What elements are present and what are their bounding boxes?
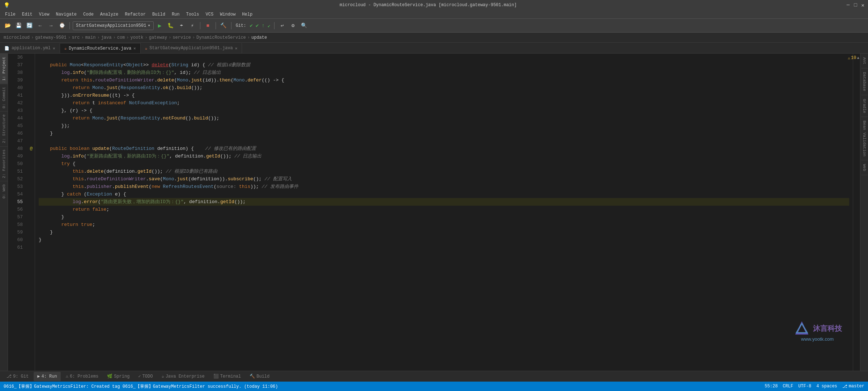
terminal-tab-icon: ⬛ [213,374,219,379]
menu-file[interactable]: File [2,11,18,18]
panel-tab-favorites[interactable]: 2: Favorites [0,146,8,181]
close-yml-tab[interactable]: ✕ [53,46,55,51]
menu-tools[interactable]: Tools [183,11,202,18]
breadcrumb-microcloud[interactable]: microcloud [4,35,30,40]
menu-window[interactable]: Window [217,11,238,18]
open-file-button[interactable]: 📂 [3,21,12,30]
bottom-tab-todo[interactable]: ✓ TODO [135,372,156,381]
debug-button[interactable]: 🐛 [166,21,175,30]
coverage-button[interactable]: ☂ [177,21,186,30]
java-enterprise-tab-icon: ☕ [161,374,164,379]
bottom-tab-build[interactable]: 🔨 Build [246,372,273,381]
menu-run[interactable]: Run [169,11,183,18]
indentation-label: 4 spaces [816,384,837,389]
run-button[interactable]: ▶ [155,21,165,30]
minimize-button[interactable]: ─ [847,2,850,8]
tab-application-yml[interactable]: 📄 application.yml ✕ [0,43,60,53]
bottom-tab-problems[interactable]: ⚠ 6: Problems [62,372,102,381]
breadcrumb-com[interactable]: com [117,35,125,40]
bottom-tab-terminal[interactable]: ⬛ Terminal [210,372,245,381]
close-button[interactable]: ✕ [861,2,864,8]
company-logo-icon [793,321,811,336]
vcs-branch[interactable]: ⎇ master [842,384,864,389]
bottom-tab-git[interactable]: ⎇ 9: Git [3,372,32,381]
todo-tab-icon: ✓ [138,374,141,379]
menu-build[interactable]: Build [149,11,168,18]
menu-code[interactable]: Code [80,11,97,18]
status-message-text: 0616_【掌握】GatewayMetricsFilter: Created t… [4,383,278,390]
menu-analyze[interactable]: Analyze [97,11,121,18]
git-pull-button[interactable]: ↙ [268,22,271,29]
git-tab-label: 9: Git [13,374,29,379]
right-panel-database[interactable]: Database [861,68,868,95]
menu-navigate[interactable]: Navigate [53,11,80,18]
code-content[interactable]: public Mono < ResponseEntity < Object >>… [35,54,853,371]
git-check-button[interactable]: ✔ [250,22,252,29]
stop-button[interactable]: ■ [203,21,213,30]
line-numbers: 36 37 38 39 40 41 42 43 44 45 46 47 48 4… [8,54,28,371]
forward-button[interactable]: → [46,21,56,30]
window-title: microcloud - DynamicRouteService.java [m… [10,3,847,8]
menu-view[interactable]: View [36,11,52,18]
java-enterprise-tab-label: Java Enterprise [166,374,205,379]
status-bar-left: 0616_【掌握】GatewayMetricsFilter: Created t… [4,383,278,390]
close-startgateway-tab[interactable]: ✕ [235,46,238,51]
build-project-button[interactable]: 🔨 [219,21,228,30]
tab-startgateway[interactable]: ☕ StartGatewayApplication9501.java ✕ [141,43,242,53]
tab-dynamic-route-service[interactable]: ☕ DynamicRouteService.java ✕ [60,43,141,53]
code-line-46: } [39,130,849,137]
panel-tab-structure[interactable]: 2: Structure [0,111,8,146]
close-dynamicrouteservice-tab[interactable]: ✕ [133,46,136,51]
profile-button[interactable]: ⚡ [188,21,197,30]
menu-bar: File Edit View Navigate Code Analyze Ref… [0,10,868,19]
encoding[interactable]: UTF-8 [798,384,811,389]
menu-vcs[interactable]: VCS [203,11,217,18]
panel-tab-project[interactable]: 1: Project [0,54,8,84]
right-panel-web[interactable]: Web [861,160,868,175]
breadcrumb-gateway9501[interactable]: gateway-9501 [35,35,66,40]
back-button[interactable]: ← [35,21,45,30]
menu-help[interactable]: Help [239,11,255,18]
status-bar-right: 55:28 CRLF UTF-8 4 spaces ⎇ master [765,384,864,389]
sync-button[interactable]: 🔄 [25,21,34,30]
breadcrumb-main[interactable]: main [85,35,96,40]
menu-refactor[interactable]: Refactor [122,11,149,18]
right-panel-bean-validation[interactable]: Bean Validation [861,117,868,160]
bottom-tab-java-enterprise[interactable]: ☕ Java Enterprise [158,372,208,381]
breadcrumb-yootk[interactable]: yootk [131,35,144,40]
run-tab-label: 4: Run [41,374,57,379]
settings-button[interactable]: ⚙ [288,21,298,30]
maximize-button[interactable]: □ [854,2,857,8]
git-commit-button[interactable]: ✔ [256,22,259,29]
code-line-51: this . delete (definition. getId ()); //… [39,168,849,175]
breadcrumb-gateway[interactable]: gateway [149,35,167,40]
bottom-tab-spring[interactable]: 🌿 Spring [103,372,133,381]
undo-button[interactable]: ↩ [277,21,287,30]
indentation[interactable]: 4 spaces [816,384,837,389]
recent-button[interactable]: ⌚ [57,21,67,30]
code-line-52: this . routeDefinitionWriter . save ( Mo… [39,175,849,183]
scroll-indicator[interactable]: ⚠ 10 ▲ [853,54,860,371]
line-ending-label: CRLF [783,384,793,389]
breadcrumb-java[interactable]: java [101,35,112,40]
menu-edit[interactable]: Edit [19,11,35,18]
separator-2 [200,22,200,29]
git-push-button[interactable]: ↑ [261,23,264,29]
find-button[interactable]: 🔍 [299,21,309,30]
line-ending[interactable]: CRLF [783,384,793,389]
breadcrumb-src[interactable]: src [72,35,80,40]
panel-tab-commit[interactable]: 0: Commit [0,84,8,111]
run-config-selector[interactable]: StartGatewayApplication9501 ▾ [73,21,154,30]
right-panel-ant[interactable]: Ant [861,54,868,68]
code-gutter: @ [28,54,35,371]
breadcrumb-service[interactable]: service [173,35,191,40]
save-button[interactable]: 💾 [14,21,23,30]
bottom-tab-run[interactable]: ▶ 4: Run [34,372,60,381]
yaml-icon: 📄 [4,46,9,51]
right-panel-gradle[interactable]: Gradle [861,95,868,117]
build-tab-label: Build [256,374,269,379]
breadcrumb-classname[interactable]: DynamicRouteService [196,35,246,40]
panel-tab-web[interactable]: 0: Web [0,181,8,202]
warning-indicator: ⚠ 10 ▲ [848,55,859,60]
cursor-position[interactable]: 55:28 [765,384,778,389]
